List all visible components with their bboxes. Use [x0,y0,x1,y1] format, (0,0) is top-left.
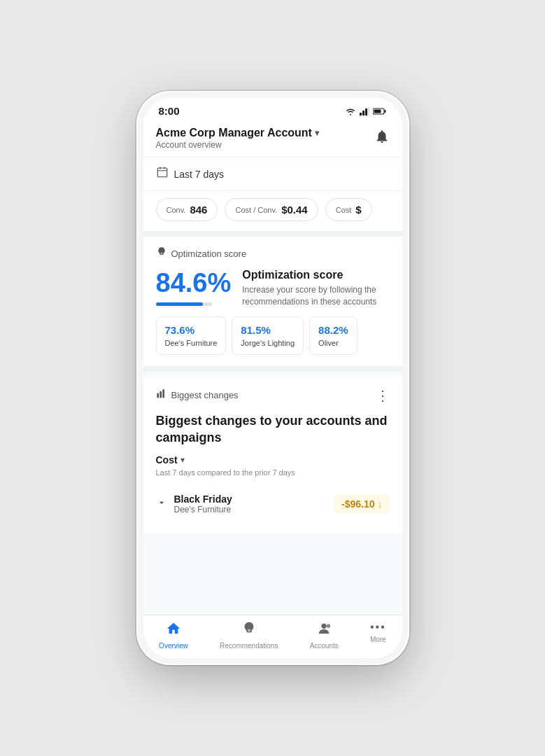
change-badge-arrow-icon: ↓ [378,498,383,510]
phone-device: 8:00 [136,91,409,665]
bottom-nav: Overview Recommendations [143,615,402,658]
dropdown-arrow-icon: ▾ [315,128,319,138]
svg-rect-7 [157,168,167,177]
svg-rect-5 [384,110,385,113]
cost-dropdown-arrow: ▾ [181,455,185,465]
account-cards: 73.6% Dee's Furniture 81.5% Jorge's Ligh… [156,316,390,355]
more-options-icon[interactable]: ⋮ [376,387,390,404]
svg-rect-2 [365,108,367,115]
svg-rect-6 [374,109,381,113]
cost-label: Cost [336,206,352,214]
cost-metric-partial: Cost $ [325,198,372,221]
date-range-label: Last 7 days [174,169,225,180]
conv-value: 846 [190,204,207,216]
opt-score-desc: Increase your score by following the rec… [242,284,389,308]
metrics-section: Conv. 846 Cost / Conv. $0.44 Cost $ [143,191,402,231]
signal-icon [360,107,369,115]
more-icon: ••• [370,621,386,634]
nav-overview[interactable]: Overview [159,621,188,650]
nav-recommendations-label: Recommendations [220,642,278,650]
status-bar: 8:00 [143,98,402,121]
changes-main-title: Biggest changes to your accounts and cam… [156,412,390,447]
main-content: Last 7 days Conv. 846 Cost / Conv. $0.44… [143,158,402,615]
change-item-name: Black Friday [174,493,232,505]
optimization-score-row: 84.6% Optimization score Increase your s… [156,269,390,308]
battery-icon [373,107,387,115]
cost-conv-label: Cost / Conv. [235,206,277,214]
header-left: Acme Corp Manager Account ▾ Account over… [156,127,319,150]
svg-point-15 [327,624,331,629]
biggest-changes-section: Biggest changes ⋮ Biggest changes to you… [143,377,402,533]
conv-label: Conv. [167,206,186,214]
nav-accounts-label: Accounts [310,642,339,650]
account-name: Acme Corp Manager Account [156,127,312,139]
recommendations-icon [241,621,257,640]
opt-score-title: Optimization score [242,269,389,281]
status-time: 8:00 [159,105,180,117]
svg-rect-1 [362,111,364,115]
account-name-3: Oliver [318,339,348,347]
cost-per-conv-metric: Cost / Conv. $0.44 [225,198,318,221]
nav-more-label: More [370,636,386,643]
opt-score-right: Optimization score Increase your score b… [242,269,389,308]
svg-point-14 [322,624,327,629]
nav-recommendations[interactable]: Recommendations [220,621,278,650]
svg-rect-12 [160,391,162,398]
nav-more[interactable]: ••• More [370,621,386,650]
status-icons [345,107,387,115]
account-card-2[interactable]: 81.5% Jorge's Lighting [232,316,304,355]
header: Acme Corp Manager Account ▾ Account over… [143,121,402,158]
account-name-2: Jorge's Lighting [241,339,295,347]
lightbulb-icon [156,246,167,260]
account-card-1[interactable]: 73.6% Dee's Furniture [156,316,227,355]
calendar-icon [156,166,169,182]
change-item-sub: Dee's Furniture [174,505,232,514]
account-name-1: Dee's Furniture [165,339,218,347]
cost-filter-row[interactable]: Cost ▾ [156,454,390,465]
change-item-1[interactable]: Black Friday Dee's Furniture -$96.10 ↓ [156,486,390,522]
date-range-section[interactable]: Last 7 days [143,158,402,191]
changes-section-label: Biggest changes [171,390,239,400]
svg-rect-11 [157,393,159,398]
changes-header: Biggest changes ⋮ [156,387,390,404]
opt-score-left: 84.6% [156,269,232,306]
account-score-3: 88.2% [318,324,348,336]
home-icon [166,621,181,640]
accounts-icon [316,621,332,640]
optimization-section-title: Optimization score [171,248,247,259]
optimization-section: Optimization score 84.6% Optimization sc… [143,237,402,366]
expand-icon [156,497,167,512]
header-subtitle: Account overview [156,140,319,150]
section-divider-2 [143,366,402,372]
svg-rect-0 [360,113,362,115]
optimization-section-header: Optimization score [156,246,390,260]
change-badge-value: -$96.10 [341,498,374,510]
phone-screen: 8:00 [143,98,402,658]
opt-score-number: 84.6% [156,269,232,298]
conversions-metric: Conv. 846 [156,198,218,221]
account-score-1: 73.6% [165,324,218,336]
cost-conv-value: $0.44 [281,204,308,216]
cost-value: $ [355,204,361,216]
account-card-3-partial[interactable]: 88.2% Oliver [309,316,358,355]
wifi-icon [345,107,356,115]
change-item-info: Black Friday Dee's Furniture [174,493,232,514]
svg-rect-13 [162,389,164,398]
change-badge: -$96.10 ↓ [334,494,389,514]
opt-score-bar-fill [156,302,204,306]
section-divider-1 [143,231,402,237]
svg-rect-3 [368,107,369,115]
header-title[interactable]: Acme Corp Manager Account ▾ [156,127,319,139]
changes-header-left: Biggest changes [156,388,239,402]
cost-filter-label: Cost [156,454,178,465]
change-item-left: Black Friday Dee's Furniture [156,493,232,514]
date-compare-text: Last 7 days compared to the prior 7 days [156,468,390,477]
notification-bell-icon[interactable] [374,129,390,148]
opt-score-bar [156,302,212,306]
nav-overview-label: Overview [159,642,188,650]
account-score-2: 81.5% [241,324,295,336]
nav-accounts[interactable]: Accounts [310,621,339,650]
bar-chart-icon [156,388,167,402]
